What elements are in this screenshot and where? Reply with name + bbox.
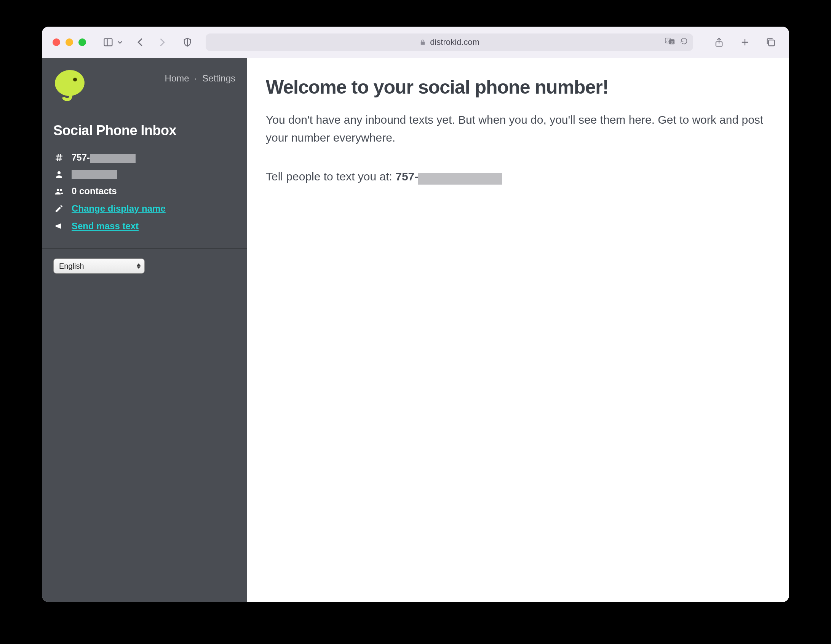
hash-icon	[53, 153, 65, 162]
language-select[interactable]: English	[53, 258, 145, 274]
window-controls	[53, 38, 86, 46]
language-section: English	[42, 249, 247, 284]
share-icon[interactable]	[711, 35, 727, 50]
sidebar-toggle-icon[interactable]	[101, 35, 116, 50]
display-name-row	[53, 170, 235, 179]
distrokid-logo[interactable]	[53, 69, 88, 104]
nav-arrows	[135, 35, 168, 50]
minimize-window-button[interactable]	[66, 38, 73, 46]
tabs-overview-icon[interactable]	[763, 35, 778, 50]
shield-icon[interactable]	[180, 35, 195, 50]
nav-separator: ·	[195, 73, 197, 84]
svg-point-12	[60, 189, 62, 191]
redacted-tell-number	[418, 173, 502, 185]
intro-paragraph: You don't have any inbound texts yet. Bu…	[266, 111, 770, 147]
svg-text:文: 文	[671, 40, 674, 44]
svg-point-10	[58, 171, 61, 174]
back-button[interactable]	[135, 35, 146, 50]
page-content: Home · Settings Social Phone Inbox 757-	[42, 58, 789, 602]
megaphone-icon	[53, 222, 65, 231]
refresh-icon[interactable]	[680, 37, 688, 47]
lock-icon	[419, 39, 426, 46]
sidebar-toggle-group	[101, 35, 124, 50]
browser-window: distrokid.com A文	[42, 27, 789, 602]
change-display-name-link[interactable]: Change display name	[72, 203, 166, 214]
new-tab-icon[interactable]	[737, 35, 753, 50]
phone-number-value: 757-	[72, 152, 136, 163]
close-window-button[interactable]	[53, 38, 60, 46]
maximize-window-button[interactable]	[78, 38, 86, 46]
redacted-name	[72, 170, 117, 179]
people-icon	[53, 187, 65, 196]
change-display-name-row: Change display name	[53, 203, 235, 214]
select-stepper-icon	[137, 263, 141, 269]
phone-number-row: 757-	[53, 152, 235, 163]
contacts-count: 0 contacts	[72, 186, 117, 196]
page-heading: Welcome to your social phone number!	[266, 76, 770, 98]
translate-icon[interactable]: A文	[665, 37, 675, 48]
main-content: Welcome to your social phone number! You…	[247, 58, 789, 602]
phone-prefix: 757-	[72, 152, 90, 163]
person-icon	[53, 170, 65, 179]
pencil-icon	[53, 204, 65, 213]
sidebar-nav: Home · Settings	[165, 69, 235, 84]
address-bar[interactable]: distrokid.com A文	[206, 33, 693, 51]
address-bar-actions: A文	[665, 37, 688, 48]
nav-settings-link[interactable]: Settings	[202, 73, 235, 84]
redacted-phone	[90, 154, 136, 163]
address-bar-domain: distrokid.com	[430, 37, 479, 47]
browser-toolbar: distrokid.com A文	[42, 27, 789, 58]
tell-prefix: Tell people to text you at:	[266, 170, 395, 183]
chevron-down-icon[interactable]	[116, 35, 124, 50]
toolbar-right	[711, 35, 778, 50]
sidebar-header: Home · Settings	[53, 69, 235, 104]
forward-button[interactable]	[156, 35, 168, 50]
sidebar-title: Social Phone Inbox	[53, 123, 235, 139]
contacts-row: 0 contacts	[53, 186, 235, 196]
sidebar-top: Home · Settings Social Phone Inbox 757-	[42, 58, 247, 248]
send-mass-text-row: Send mass text	[53, 221, 235, 231]
sidebar-info-list: 757- 0 contacts	[53, 152, 235, 231]
svg-text:A: A	[666, 39, 669, 43]
tell-paragraph: Tell people to text you at: 757-	[266, 168, 770, 186]
svg-rect-0	[104, 39, 112, 46]
send-mass-text-link[interactable]: Send mass text	[72, 221, 139, 231]
nav-home-link[interactable]: Home	[165, 73, 189, 84]
svg-rect-9	[769, 40, 774, 46]
sidebar: Home · Settings Social Phone Inbox 757-	[42, 58, 247, 602]
tell-number-prefix: 757-	[395, 170, 418, 183]
language-selected-value: English	[59, 262, 84, 271]
svg-point-11	[57, 189, 59, 191]
